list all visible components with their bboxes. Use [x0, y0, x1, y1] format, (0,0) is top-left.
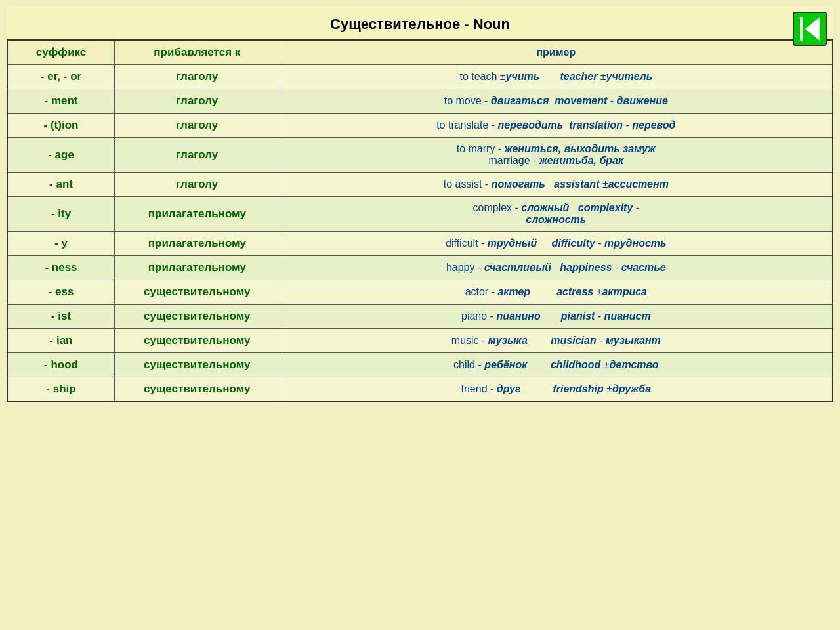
cell-added-to: прилагательному: [115, 256, 280, 280]
cell-suffix: - hood: [7, 353, 115, 377]
table-row: - (t)ionглаголуto translate - переводить…: [7, 114, 833, 138]
cell-suffix: - ess: [7, 280, 115, 304]
cell-added-to: существительному: [115, 304, 280, 329]
cell-example: to teach ±учить teacher ±учитель: [280, 65, 833, 89]
table-header-row: суффикс прибавляется к пример: [7, 40, 833, 65]
table-row: - yприлагательномуdifficult - трудный di…: [7, 232, 833, 256]
cell-added-to: глаголу: [115, 138, 280, 173]
cell-added-to: прилагательному: [115, 197, 280, 232]
table-row: - shipсуществительномуfriend - друг frie…: [7, 377, 833, 402]
page-wrapper: Существительное - Noun суффикс прибавляе…: [7, 7, 833, 402]
cell-suffix: - age: [7, 138, 115, 173]
cell-suffix: - ship: [7, 377, 115, 402]
cell-added-to: глаголу: [115, 114, 280, 138]
table-row: - ageглаголуto marry - жениться, выходит…: [7, 138, 833, 173]
cell-added-to: глаголу: [115, 65, 280, 89]
table-row: - er, - orглаголуto teach ±учить teacher…: [7, 65, 833, 89]
svg-rect-0: [800, 17, 803, 41]
cell-suffix: - ity: [7, 197, 115, 232]
table-row: - ityприлагательномуcomplex - сложный co…: [7, 197, 833, 232]
table-row: - mentглаголуto move - двигаться movemen…: [7, 89, 833, 114]
table-row: - ianсуществительномуmusic - музыка musi…: [7, 329, 833, 353]
cell-suffix: - ant: [7, 173, 115, 197]
header-example: пример: [280, 40, 833, 65]
cell-example: to move - двигаться movement - движение: [280, 89, 833, 114]
suffix-table: суффикс прибавляется к пример - er, - or…: [7, 39, 833, 402]
cell-example: friend - друг friendship ±дружба: [280, 377, 833, 402]
cell-added-to: глаголу: [115, 89, 280, 114]
cell-example: happy - счастливый happiness - счастье: [280, 256, 833, 280]
cell-example: to assist - помогать assistant ±ассистен…: [280, 173, 833, 197]
cell-example: complex - сложный complexity -сложность: [280, 197, 833, 232]
table-row: - antглаголуto assist - помогать assista…: [7, 173, 833, 197]
svg-marker-1: [805, 17, 820, 41]
cell-suffix: - ness: [7, 256, 115, 280]
cell-suffix: - ist: [7, 304, 115, 329]
page-header: Существительное - Noun: [7, 7, 833, 39]
cell-added-to: существительному: [115, 280, 280, 304]
header-added-to: прибавляется к: [115, 40, 280, 65]
cell-example: music - музыка musician - музыкант: [280, 329, 833, 353]
cell-suffix: - (t)ion: [7, 114, 115, 138]
cell-added-to: существительному: [115, 353, 280, 377]
header-suffix: суффикс: [7, 40, 115, 65]
cell-example: difficult - трудный difficulty - труднос…: [280, 232, 833, 256]
cell-suffix: - ian: [7, 329, 115, 353]
cell-added-to: существительному: [115, 329, 280, 353]
cell-example: to translate - переводить translation - …: [280, 114, 833, 138]
table-row: - essсуществительномуactor - актер actre…: [7, 280, 833, 304]
cell-suffix: - er, - or: [7, 65, 115, 89]
cell-suffix: - ment: [7, 89, 115, 114]
cell-example: to marry - жениться, выходить замужmarri…: [280, 138, 833, 173]
nav-back-button[interactable]: [793, 12, 827, 46]
table-row: - hoodсуществительномуchild - ребёнок ch…: [7, 353, 833, 377]
cell-suffix: - y: [7, 232, 115, 256]
cell-added-to: существительному: [115, 377, 280, 402]
cell-example: actor - актер actress ±актриса: [280, 280, 833, 304]
cell-example: child - ребёнок childhood ±детство: [280, 353, 833, 377]
table-row: - nessприлагательномуhappy - счастливый …: [7, 256, 833, 280]
cell-added-to: глаголу: [115, 173, 280, 197]
table-row: - istсуществительномуpiano - пианино pia…: [7, 304, 833, 329]
cell-added-to: прилагательному: [115, 232, 280, 256]
cell-example: piano - пианино pianist - пианист: [280, 304, 833, 329]
page-title: Существительное - Noun: [330, 16, 510, 33]
